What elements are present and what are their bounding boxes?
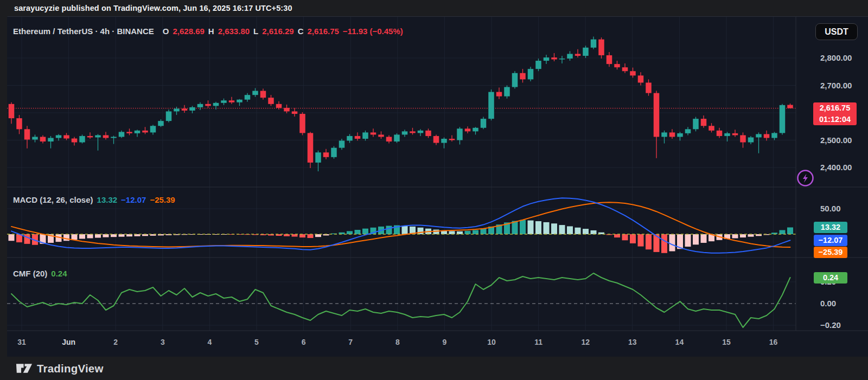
lightning-flash-icon[interactable] — [796, 169, 814, 187]
macd-signal-badge: −25.39 — [814, 247, 847, 258]
time-axis-label: Jun — [57, 337, 81, 347]
time-axis-label: 13 — [621, 337, 644, 347]
chart-area[interactable]: Ethereum / TetherUS · 4h · BINANCE O2,62… — [7, 16, 868, 357]
price-axis-label: 2,800.00 — [820, 54, 852, 62]
currency-toggle-button[interactable]: USDT — [815, 23, 858, 40]
last-price-badge: 2,616.75 01:12:04 — [813, 102, 857, 125]
cmf-legend[interactable]: CMF (20) 0.24 — [13, 269, 67, 278]
macd-title[interactable]: MACD (12, 26, close) — [13, 195, 93, 204]
tradingview-logo-icon — [16, 361, 33, 376]
time-axis-label: 2 — [104, 337, 127, 347]
time-axis-label: 15 — [714, 337, 738, 347]
publish-attribution-text: sarayucyzie published on TradingView.com… — [14, 4, 292, 12]
time-axis-label: 5 — [245, 337, 269, 347]
time-axis-label: 14 — [667, 337, 691, 347]
cmf-axis-label: −0.20 — [820, 321, 841, 330]
bar-countdown: 01:12:04 — [813, 114, 857, 125]
chart-canvas[interactable] — [7, 16, 868, 357]
macd-axis-label: 50.00 — [820, 204, 841, 213]
ohlc-high-value: 2,633.80 — [218, 27, 250, 36]
tradingview-logo[interactable]: TradingView — [16, 361, 104, 376]
tradingview-logo-text: TradingView — [37, 362, 104, 375]
cmf-title[interactable]: CMF (20) — [13, 269, 47, 278]
time-axis-label: 6 — [292, 337, 316, 347]
ohlc-high-label: H — [208, 27, 214, 36]
price-axis-label: 2,400.00 — [820, 163, 852, 172]
ohlc-close-label: C — [298, 27, 304, 36]
price-axis-label: 2,700.00 — [820, 81, 852, 90]
time-axis-label: 7 — [339, 337, 362, 347]
change-value: −11.93 (−0.45%) — [343, 27, 403, 36]
time-axis-label: 10 — [480, 337, 503, 347]
cmf-axis-label: 0.00 — [820, 299, 836, 308]
symbol-title[interactable]: Ethereum / TetherUS · 4h · BINANCE — [13, 27, 154, 36]
time-axis-label: 11 — [527, 337, 551, 347]
time-axis-label: 4 — [197, 337, 221, 347]
ohlc-close-value: 2,616.75 — [307, 27, 339, 36]
tradingview-snapshot: sarayucyzie published on TradingView.com… — [0, 0, 868, 380]
cmf-badge: 0.24 — [814, 272, 847, 284]
time-axis-label: 9 — [432, 337, 456, 347]
ohlc-low-value: 2,616.29 — [262, 27, 293, 36]
symbol-legend[interactable]: Ethereum / TetherUS · 4h · BINANCE O2,62… — [13, 27, 403, 36]
ohlc-low-label: L — [253, 27, 258, 36]
ohlc-open-value: 2,628.69 — [173, 27, 204, 36]
macd-line-value: −12.07 — [121, 195, 146, 204]
macd-hist-badge: 13.32 — [814, 222, 847, 233]
price-axis-label: 2,500.00 — [820, 136, 852, 145]
ohlc-open-label: O — [163, 27, 169, 36]
time-axis-label: 3 — [151, 337, 175, 347]
macd-signal-value: −25.39 — [150, 195, 175, 204]
footer-bar: TradingView — [0, 357, 868, 380]
last-price-value: 2,616.75 — [813, 102, 857, 114]
macd-hist-value: 13.32 — [97, 195, 118, 204]
time-axis-label: 8 — [386, 337, 410, 347]
publish-header: sarayucyzie published on TradingView.com… — [0, 0, 868, 16]
time-axis-label: 12 — [573, 337, 597, 347]
cmf-value: 0.24 — [51, 269, 67, 278]
time-axis-label: 31 — [10, 337, 34, 347]
time-axis-label: 16 — [762, 337, 786, 347]
macd-line-badge: −12.07 — [814, 235, 847, 246]
macd-legend[interactable]: MACD (12, 26, close) 13.32 −12.07 −25.39 — [13, 195, 175, 204]
